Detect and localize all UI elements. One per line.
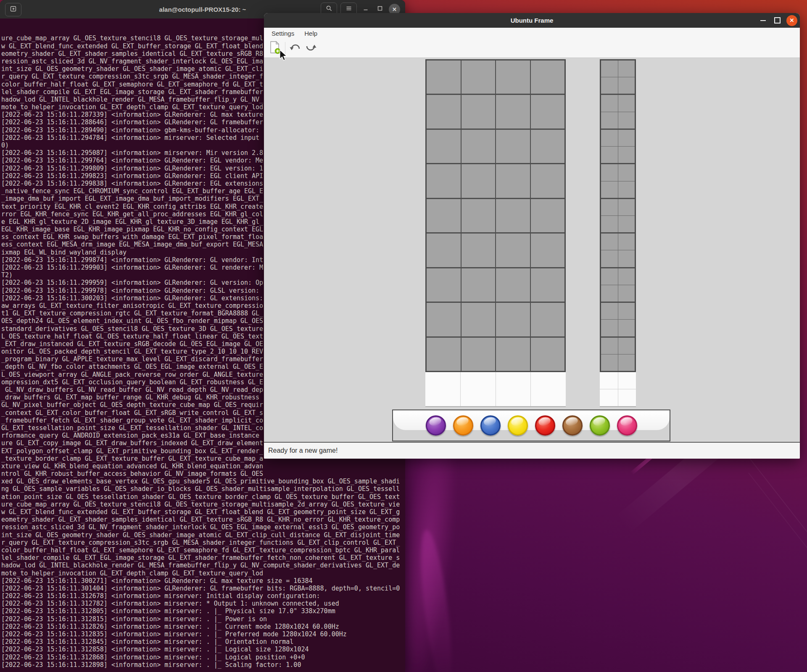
guess-cell[interactable] [496,338,530,371]
minimize-icon [760,20,766,21]
peg-ball-red[interactable] [535,415,555,436]
guess-cell[interactable] [496,164,530,197]
terminal-line: color_buffer_half_float GL_EXT_semaphore… [1,546,405,554]
guess-cell[interactable] [496,60,530,94]
guess-cell[interactable] [427,199,461,232]
score-cell [618,216,635,232]
guess-cell[interactable] [531,303,565,336]
active-score-cell [600,389,618,406]
peg-ball-blue[interactable] [480,415,501,436]
guess-cell[interactable] [531,234,565,267]
menu-settings[interactable]: Settings [267,28,298,39]
peg-ball-purple[interactable] [426,415,446,436]
frame-maximize-button[interactable] [772,16,782,26]
terminal-line: w GL_EXT_blend_func_extended GL_EXT_buff… [1,508,405,516]
guess-cell[interactable] [462,60,496,94]
guess-cell[interactable] [427,130,461,163]
score-cell [601,268,618,285]
undo-button[interactable] [288,41,303,56]
score-block [601,60,635,94]
guess-cell[interactable] [462,95,496,128]
peg-ball-yellow[interactable] [508,415,528,436]
terminal-line: ure_cube_map_array GL_OES_texture_stenci… [1,501,405,508]
score-cell [601,181,618,198]
frame-window-title: Ubuntu Frame [264,13,800,28]
guess-cell[interactable] [531,164,565,197]
frame-close-button[interactable]: ✕ [786,15,797,26]
guess-cell[interactable] [531,130,565,163]
guess-cell[interactable] [462,338,496,371]
ubuntu-frame-window[interactable]: Ubuntu Frame ✕ Settings Help [264,13,800,459]
toolbar [264,39,800,58]
guess-cell[interactable] [462,130,496,163]
score-cell [601,285,618,302]
guess-cell[interactable] [427,95,461,128]
terminal-line: [2022-06-23 15:16:11.312782] <informatio… [1,600,405,607]
terminal-line: ntrol GL_KHR_robust_buffer_access_behavi… [1,470,405,478]
peg-ball-pink[interactable] [617,415,637,436]
guess-cell[interactable] [496,234,530,267]
menubar: Settings Help [264,28,800,39]
guess-cell[interactable] [496,95,530,128]
score-cell [601,354,618,371]
active-guess-cell[interactable] [496,372,531,406]
redo-button[interactable] [303,41,318,56]
terminal-line: r_query GL_EXT_texture_compression_s3tc_… [1,539,405,546]
score-block [601,130,635,163]
guess-cell[interactable] [462,199,496,232]
guess-cell[interactable] [496,303,530,336]
active-score-block [600,372,636,407]
score-block [601,268,635,302]
terminal-line: ation_point_size GL_OES_tessellation_sha… [1,493,405,501]
active-guess-cell[interactable] [531,372,566,406]
guess-cell[interactable] [496,199,530,232]
score-cell [601,303,618,319]
active-guess-cell[interactable] [425,372,460,406]
guess-cell[interactable] [462,303,496,336]
guess-cell[interactable] [531,60,565,94]
palette-balls-row [393,410,670,441]
guess-cell[interactable] [462,268,496,302]
active-guess-row[interactable] [425,372,566,407]
active-guess-cell[interactable] [461,372,496,406]
menu-help[interactable]: Help [300,28,322,39]
guess-cell[interactable] [427,338,461,371]
terminal-line: hadow_lod GL_INTEL_blackhole_render GL_M… [1,562,405,569]
peg-ball-orange[interactable] [453,415,473,436]
guess-cell[interactable] [496,130,530,163]
redo-arrow-icon [304,42,317,55]
guess-cell[interactable] [427,268,461,302]
terminal-line: [2022-06-23 15:16:11.312835] <informatio… [1,630,405,638]
score-cell [618,338,635,354]
guess-cell[interactable] [427,303,461,336]
guess-cell[interactable] [531,338,565,371]
score-block [601,234,635,267]
guess-cell[interactable] [462,164,496,197]
guess-cell[interactable] [531,199,565,232]
terminal-line: ng GL_OES_sample_variables GL_OES_shader… [1,485,405,493]
terminal-line: [2022-06-23 15:16:11.312815] <informatio… [1,615,405,623]
close-icon: ✕ [790,17,794,24]
guess-cell[interactable] [496,268,530,302]
score-cell [601,112,618,129]
score-cell [601,338,618,354]
terminal-line: mote_to_helper_invocation GL_EXT_depth_c… [1,570,405,577]
guess-cell[interactable] [462,234,496,267]
guess-cell[interactable] [427,60,461,94]
peg-ball-brown[interactable] [562,415,583,436]
score-block [601,164,635,197]
guess-cell[interactable] [531,268,565,302]
score-block [601,199,635,232]
peg-ball-green[interactable] [590,415,610,436]
score-cell [618,268,635,285]
guess-cell[interactable] [427,164,461,197]
guess-cell[interactable] [531,95,565,128]
guess-grid [425,59,566,372]
terminal-line: xture_view GL_KHR_blend_equation_advance… [1,462,405,470]
score-cell [618,285,635,302]
guess-cell[interactable] [427,234,461,267]
frame-minimize-button[interactable] [758,16,768,26]
frame-titlebar[interactable]: Ubuntu Frame ✕ [264,13,800,28]
active-score-cell [618,389,636,406]
score-cell [618,320,635,336]
